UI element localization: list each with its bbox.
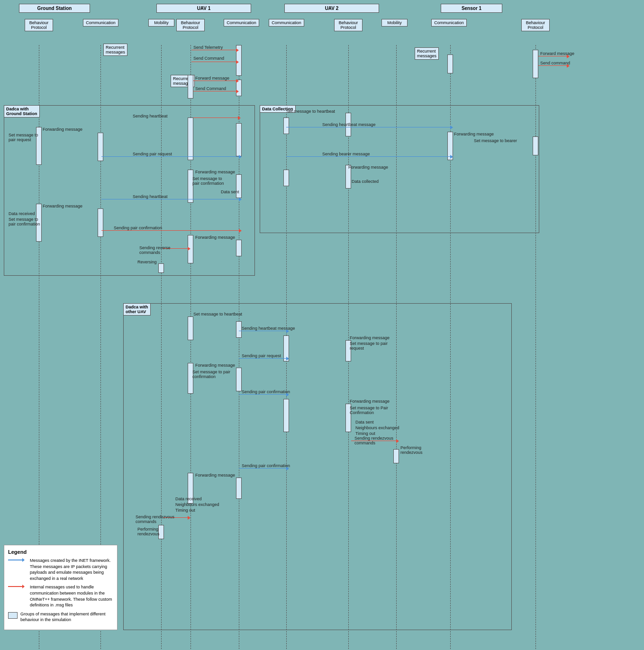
label-reversing: Reversing — [137, 260, 157, 264]
act-uav1-bp-hb2 — [188, 316, 193, 340]
legend-title: Legend — [8, 549, 113, 555]
label-set-msg-heartbeat-uav2: Set message to heartbeat — [286, 109, 335, 114]
label-performing-rv-uav2: Performingrendezvous — [400, 445, 423, 455]
legend: Legend Messages created by the INET fram… — [4, 545, 118, 630]
act-uav1-comm-3 — [236, 240, 242, 256]
legend-item-box: Groups of messages that implement differ… — [8, 611, 113, 623]
ll-label-s1-comm: Communication — [431, 19, 467, 27]
frame-data-collection: Data Collection — [260, 105, 539, 233]
act-uav2-comm-forward — [283, 170, 289, 186]
arrow-sending-pair-confirm — [101, 230, 239, 231]
arrow-sending-heartbeat-1 — [193, 117, 238, 118]
frame-dadca-uav: Dadca withother UAV — [123, 303, 512, 630]
legend-box-text: Groups of messages that implement differ… — [20, 611, 113, 623]
arrow-pair-req-uav2-uav1 — [239, 358, 286, 359]
act-uav1-comm-lower — [236, 478, 242, 499]
label-performing-rv-uav1: Performingrendezvous — [137, 527, 160, 536]
arrow-s1-forward-msg — [538, 56, 567, 56]
arrow-pair-request-gs — [101, 156, 239, 157]
label-set-msg-pc-uav2-rv: Set message to PairConfirmation — [350, 406, 388, 415]
label-set-msg-pair-confirm-gs: Set message topair confirmation — [9, 217, 40, 226]
arrow-send-command-2 — [193, 91, 236, 91]
act-gs-comm-2 — [98, 208, 103, 237]
act-s1-comm-recurrent — [447, 54, 453, 73]
act-uav1-bp-2 — [188, 170, 193, 203]
actor-sensor1: Sensor 1 — [441, 4, 502, 13]
label-forwarding-msg-uav2-2: Forwarding message — [350, 335, 390, 340]
label-neighbours-exchanged: Neighbours exchanged — [355, 425, 399, 430]
label-neighbours-exchanged-lower: Neighbours exchanged — [175, 502, 219, 507]
label-sending-rv-commands-uav1: Sending rendezvouscommands — [136, 515, 174, 524]
label-data-sent: Data sent — [221, 190, 239, 194]
frame-label-dadca-uav: Dadca withother UAV — [123, 303, 151, 316]
label-forwarding-msg-gs: Forwarding message — [43, 127, 82, 132]
label-send-telemetry: Send Telemetry — [193, 45, 223, 50]
act-uav1-comm-hb2 — [236, 321, 242, 338]
legend-blue-text: Messages created by the INET framework. … — [30, 558, 113, 581]
actor-ground-station: Ground Station — [19, 4, 90, 13]
label-sending-heartbeat-1: Sending heartbeat — [133, 114, 168, 118]
actor-uav1: UAV 1 — [156, 4, 251, 13]
ll-label-uav2-bp: BehaviourProtocol — [334, 19, 363, 31]
label-sending-pair-confirm-uav1: Sending pair confirmation — [242, 389, 290, 394]
label-forwarding-msg-uav2: Forwarding message — [348, 165, 388, 170]
label-s1-send-cmd: Send command — [540, 61, 570, 65]
arrow-send-command-1 — [191, 62, 236, 62]
label-sending-heartbeat-msg: Sending heartbeat message — [322, 122, 376, 127]
label-forwarding-msg-s1: Forwarding message — [454, 132, 494, 136]
diagram-container: Ground Station UAV 1 UAV 2 Sensor 1 Beha… — [0, 0, 644, 650]
label-forwarding-msg-uav1: Forwarding message — [195, 170, 235, 174]
legend-box-sample — [8, 612, 18, 619]
arrow-bearer-msg — [286, 156, 450, 157]
legend-blue-arrow — [8, 560, 22, 560]
act-gs-comm-1 — [98, 133, 103, 161]
act-uav2-comm-heartbeat — [283, 117, 289, 134]
ll-label-s1-bp: BehaviourProtocol — [521, 19, 550, 31]
ll-label-uav2-mob: Mobility — [381, 19, 408, 27]
label-send-command-1: Send Command — [193, 56, 224, 61]
act-uav1-comm-pc — [236, 368, 242, 391]
ll-label-uav1-mob: Mobility — [148, 19, 174, 27]
act-uav1-bp-1 — [188, 117, 193, 160]
ll-label-gs-comm: Communication — [83, 19, 118, 27]
label-set-msg-hb-uav1: Set message to heartbeat — [193, 312, 242, 316]
label-forwarding-msg-uav1-2: Forwarding message — [195, 235, 235, 240]
act-s1-bp-data-coll — [533, 136, 538, 155]
label-data-collected: Data collected — [352, 179, 379, 184]
act-uav1-comm-1 — [236, 123, 242, 156]
arrow-hb-uav1-uav2 — [239, 331, 286, 331]
label-set-msg-pc-uav1: Set message to pairconfirmation — [192, 370, 230, 379]
label-sending-pair-request: Sending pair request — [133, 152, 172, 156]
label-timing-out: Timing out — [355, 431, 375, 436]
ll-label-uav2-comm: Communication — [269, 19, 304, 27]
label-forwarding-msg-uav2-rv: Forwarding message — [350, 399, 390, 404]
legend-blue-arrow-container — [8, 560, 27, 560]
label-set-msg-bearer: Set message to bearer — [474, 138, 517, 143]
legend-red-arrow — [8, 586, 22, 587]
label-set-msg-pair-req-uav2: Set message to pairrequest — [350, 341, 388, 351]
label-forwarding-msg-gs2: Forwarding message — [43, 204, 82, 208]
label-timing-out-lower: Timing out — [175, 508, 195, 513]
arrow-heartbeat-uav2-s1 — [286, 127, 450, 127]
label-sending-pair-req-uav2: Sending pair request — [242, 353, 281, 358]
label-sending-pair-confirm: Sending pair confirmation — [114, 226, 162, 230]
act-uav1-mob-reversing — [158, 263, 164, 273]
act-uav2-mob-rv — [393, 449, 399, 463]
arrow-uav1-forward-msg — [193, 81, 236, 81]
label-s1-forward-msg: Forward message — [540, 51, 574, 56]
label-forwarding-msg-uav1-pc: Forwarding message — [195, 363, 235, 368]
label-uav1-forward-msg: Forward message — [195, 76, 229, 81]
act-uav1-comm-2 — [236, 174, 242, 198]
ll-label-uav1-comm: Communication — [224, 19, 259, 27]
arrow-pair-confirm-uav2-uav1 — [239, 468, 286, 469]
label-set-msg-pair-confirm-uav1: Set message topair confirmation — [192, 176, 224, 186]
act-uav2-comm-rv — [283, 399, 289, 432]
act-uav1-bp-recurrent2 — [188, 75, 193, 99]
recurrent-msg-box-s1: Recurrentmessages — [415, 47, 439, 60]
actor-uav2: UAV 2 — [284, 4, 379, 13]
frame-label-dadca-gs: Dadca withGround Station — [4, 105, 40, 117]
label-set-msg-pair-req: Set message topair request — [9, 133, 38, 142]
label-data-received: Data received — [9, 211, 35, 216]
label-data-sent-2: Data sent — [355, 420, 374, 424]
label-sending-hb-msg-uav1: Sending heartbeat message — [242, 326, 295, 331]
